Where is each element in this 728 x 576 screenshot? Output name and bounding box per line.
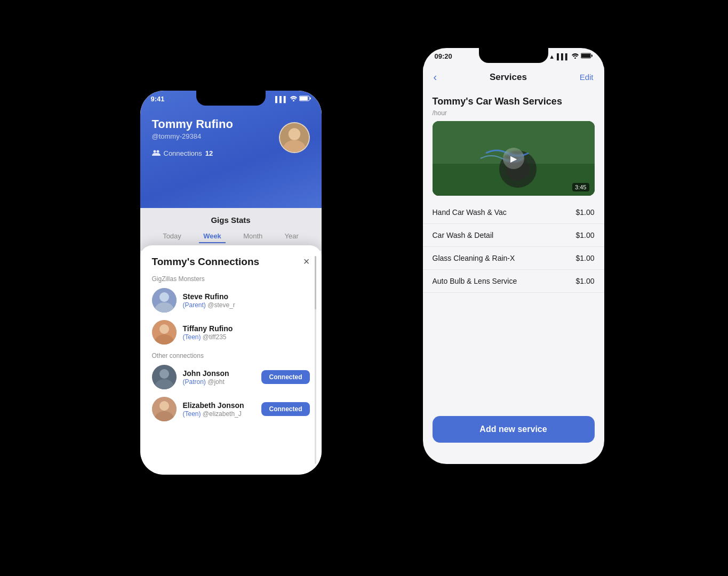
connections-modal: Tommy's Connections × GigZillas Monsters… — [140, 245, 322, 475]
group2-label: Other connections — [152, 352, 310, 359]
conn-role-steve: (Parent) — [183, 301, 206, 309]
conn-role-elizabeth: (Teen) — [183, 410, 201, 418]
svg-point-16 — [574, 57, 576, 59]
tab-week[interactable]: Week — [199, 230, 226, 243]
gigs-stats-title: Gigs Stats — [152, 215, 310, 225]
svg-point-5 — [156, 150, 159, 153]
tab-month[interactable]: Month — [239, 230, 267, 243]
service-row-0: Hand Car Wash & Vac $1.00 — [423, 201, 604, 224]
conn-handle-tiffany: @tiff235 — [203, 333, 227, 341]
conn-info-steve: Steve Rufino (Parent) @steve_r — [183, 292, 235, 309]
svg-rect-2 — [300, 97, 308, 100]
conn-name-steve: Steve Rufino — [183, 292, 235, 301]
conn-sub-tiffany: (Teen) @tiff235 — [183, 333, 233, 341]
video-card[interactable]: ▶ 3:45 — [433, 121, 595, 196]
conn-handle-john: @joht — [207, 378, 225, 386]
conn-handle-steve: @steve_r — [207, 301, 235, 309]
connections-count: 12 — [205, 149, 213, 157]
conn-info-john: John Jonson (Patron) @joht — [183, 369, 229, 386]
svg-point-0 — [293, 100, 294, 101]
service-row-2: Glass Cleaning & Rain-X $1.00 — [423, 247, 604, 270]
modal-header: Tommy's Connections × — [152, 256, 310, 268]
phone1-connections-row: Connections 12 — [152, 149, 233, 157]
avatar-elizabeth — [152, 397, 177, 421]
svg-point-11 — [159, 324, 169, 334]
avatar-steve — [152, 288, 177, 313]
tab-today[interactable]: Today — [158, 230, 186, 243]
phone2-content: Tommy's Car Wash Services /hour — [423, 91, 604, 464]
service-price-0: $1.00 — [575, 208, 594, 217]
service-row-1: Car Wash & Detail $1.00 — [423, 224, 604, 247]
service-price-2: $1.00 — [575, 254, 594, 262]
connected-btn-john[interactable]: Connected — [261, 370, 309, 384]
edit-button[interactable]: Edit — [580, 73, 594, 82]
back-button[interactable]: ‹ — [434, 71, 437, 83]
service-row-3: Auto Bulb & Lens Service $1.00 — [423, 270, 604, 293]
svg-point-13 — [159, 369, 169, 379]
scroll-indicator — [315, 245, 316, 475]
connection-steve: Steve Rufino (Parent) @steve_r — [152, 288, 310, 313]
service-name-3: Auto Bulb & Lens Service — [433, 277, 517, 285]
phone2-time: 09:20 — [435, 52, 452, 60]
svg-point-7 — [288, 128, 300, 140]
group1-label: GigZillas Monsters — [152, 275, 310, 283]
phone1: 9:41 ▌▌▌ — [140, 91, 322, 475]
conn-role-tiffany: (Teen) — [183, 333, 201, 341]
phone2-gps-icon: ▲ — [549, 53, 555, 60]
conn-name-tiffany: Tiffany Rufino — [183, 324, 233, 333]
conn-handle-elizabeth: @elizabeth_J — [203, 410, 242, 418]
phone1-profile-row: Tommy Rufino @tommy-29384 Connections 12 — [152, 117, 310, 157]
services-section-title: Tommy's Car Wash Services — [423, 91, 604, 109]
connection-elizabeth: Elizabeth Jonson (Teen) @elizabeth_J Con… — [152, 397, 310, 421]
service-name-1: Car Wash & Detail — [433, 231, 494, 239]
tab-year[interactable]: Year — [281, 230, 303, 243]
video-duration: 3:45 — [572, 183, 589, 191]
phone2-navbar: ‹ Services Edit — [423, 67, 604, 87]
phone1-battery-icon — [299, 95, 311, 102]
service-price-1: $1.00 — [575, 231, 594, 239]
svg-point-4 — [153, 150, 156, 153]
svg-point-9 — [159, 292, 169, 302]
profile-name: Tommy Rufino — [152, 117, 233, 131]
profile-avatar — [279, 122, 310, 153]
phone1-profile-info: Tommy Rufino @tommy-29384 Connections 12 — [152, 117, 233, 157]
phone1-statusbar: 9:41 ▌▌▌ — [140, 95, 322, 103]
connection-john: John Jonson (Patron) @joht Connected — [152, 365, 310, 389]
avatar-john — [152, 365, 177, 389]
phone1-signal-icon: ▌▌▌ — [275, 96, 287, 102]
modal-title: Tommy's Connections — [152, 256, 260, 268]
play-button[interactable]: ▶ — [503, 148, 524, 169]
phone1-wifi-icon — [290, 96, 297, 102]
service-name-2: Glass Cleaning & Rain-X — [433, 254, 515, 262]
phone2-status-icons: ▲ ▌▌▌ — [549, 53, 592, 60]
svg-rect-19 — [591, 55, 593, 57]
avatar-tiffany — [152, 320, 177, 345]
conn-role-john: (Patron) — [183, 378, 206, 386]
phone2-statusbar: 09:20 ▲ ▌▌▌ — [423, 52, 604, 60]
gigs-stats-tabs[interactable]: Today Week Month Year — [152, 230, 310, 243]
phone2-signal-icon: ▌▌▌ — [557, 53, 569, 60]
add-service-button[interactable]: Add new service — [433, 416, 595, 443]
conn-sub-john: (Patron) @joht — [183, 378, 229, 386]
conn-name-john: John Jonson — [183, 369, 229, 378]
svg-rect-3 — [310, 98, 311, 100]
connections-label: Connections — [164, 149, 202, 157]
phone2-battery-icon — [581, 53, 593, 60]
svg-rect-18 — [581, 54, 590, 58]
connections-icon — [152, 149, 161, 157]
connection-tiffany: Tiffany Rufino (Teen) @tiff235 — [152, 320, 310, 345]
phone1-header: Tommy Rufino @tommy-29384 Connections 12 — [140, 91, 322, 208]
services-section-sub: /hour — [423, 109, 604, 121]
phone1-status-icons: ▌▌▌ — [275, 95, 310, 102]
service-price-3: $1.00 — [575, 277, 594, 285]
svg-point-15 — [159, 401, 169, 411]
nav-title: Services — [490, 72, 527, 83]
phone1-gigs-section: Gigs Stats Today Week Month Year — [140, 208, 322, 251]
conn-sub-elizabeth: (Teen) @elizabeth_J — [183, 410, 244, 418]
conn-info-tiffany: Tiffany Rufino (Teen) @tiff235 — [183, 324, 233, 341]
profile-handle: @tommy-29384 — [152, 132, 233, 140]
conn-sub-steve: (Parent) @steve_r — [183, 301, 235, 309]
connected-btn-elizabeth[interactable]: Connected — [261, 402, 309, 416]
phone1-time: 9:41 — [151, 95, 165, 103]
close-button[interactable]: × — [303, 256, 310, 267]
